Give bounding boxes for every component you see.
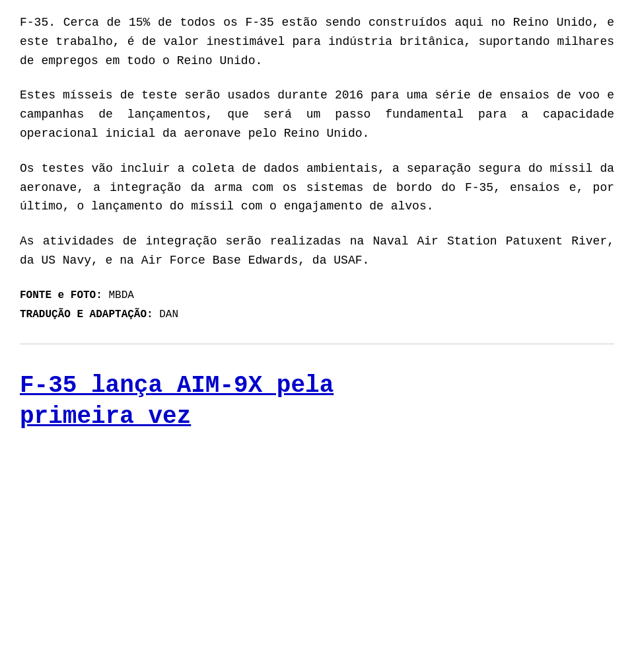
paragraph-4: As atividades de integração serão realiz…: [20, 232, 614, 270]
paragraph-3: Os testes vão incluir a coleta de dados …: [20, 159, 614, 216]
content-area: F-35. Cerca de 15% de todos os F-35 estã…: [20, 13, 614, 433]
section-divider: [20, 344, 614, 344]
paragraph-1: F-35. Cerca de 15% de todos os F-35 estã…: [20, 13, 614, 70]
credits-section: FONTE e FOTO: MBDA TRADUÇÃO E ADAPTAÇÃO:…: [20, 286, 614, 324]
traducao-value: DAN: [153, 309, 178, 320]
traducao-line: TRADUÇÃO E ADAPTAÇÃO: DAN: [20, 305, 614, 324]
fonte-label: FONTE e FOTO:: [20, 289, 102, 301]
paragraph-2: Estes mísseis de teste serão usados dura…: [20, 86, 614, 143]
fonte-line: FONTE e FOTO: MBDA: [20, 286, 614, 305]
new-article-heading: F-35 lança AIM-9X pela primeira vez: [20, 371, 614, 433]
new-article-title-line1: F-35 lança AIM-9X pela: [20, 372, 334, 399]
new-article-link[interactable]: F-35 lança AIM-9X pela primeira vez: [20, 371, 614, 433]
new-article-title-line2: primeira vez: [20, 403, 191, 430]
fonte-value: MBDA: [102, 289, 134, 301]
traducao-label: TRADUÇÃO E ADAPTAÇÃO:: [20, 309, 153, 320]
